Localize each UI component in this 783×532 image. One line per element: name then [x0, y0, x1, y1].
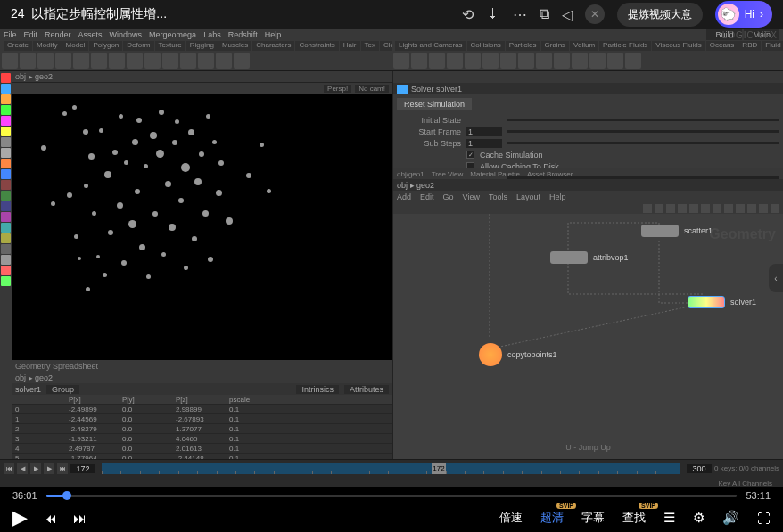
collapse-icon[interactable]: ◁ [562, 6, 573, 23]
tl-next-icon[interactable]: ▶ [44, 463, 54, 474]
current-time: 36:01 [12, 490, 37, 501]
ss-group[interactable]: Group [46, 385, 79, 394]
close-icon[interactable]: ✕ [585, 4, 605, 24]
search-button[interactable]: SVIP查找 [622, 510, 646, 526]
network-toolbar[interactable] [393, 202, 783, 214]
frame-input[interactable]: 172 [70, 464, 95, 473]
menu-labs[interactable]: Labs [203, 30, 221, 39]
chevron-right-icon: › [760, 8, 763, 20]
menu-merge[interactable]: Mergeomega [149, 30, 196, 39]
ss-node[interactable]: solver1 [15, 385, 41, 394]
menu-assets[interactable]: Assets [78, 30, 103, 39]
prev-button[interactable]: ⏮ [44, 511, 57, 526]
expand-tab[interactable]: ‹ [769, 264, 783, 292]
spreadsheet-title: Geometry Spreadsheet [12, 360, 392, 372]
shelf-icons[interactable] [0, 51, 392, 70]
reset-button[interactable]: Reset Simulation [397, 98, 472, 110]
menu-file[interactable]: File [4, 30, 17, 39]
network-path[interactable]: obj ▸ geo2 [397, 181, 434, 190]
menu-render[interactable]: Render [45, 30, 71, 39]
network-menu[interactable]: AddEditGoViewToolsLayoutHelp [393, 191, 783, 202]
hi-label: Hi [745, 8, 754, 20]
watermark-label: LOGIC·VFX [722, 30, 778, 40]
params-type: Solver [411, 85, 434, 94]
viewport-path[interactable]: obj ▸ geo2 [15, 72, 53, 81]
params-tabs[interactable] [393, 71, 783, 83]
menu-windows[interactable]: Windows [110, 30, 143, 39]
ss-intrinsics[interactable]: Intrinsics [296, 385, 339, 394]
frame-end[interactable]: 300 [687, 464, 712, 473]
menu-edit[interactable]: Edit [24, 30, 38, 39]
next-button[interactable]: ⏭ [73, 511, 87, 526]
settings-icon[interactable]: ⚙ [693, 510, 705, 526]
shelf-tabs-right[interactable]: Lights and CamerasCollisionsParticlesGra… [392, 41, 783, 51]
nocam-button[interactable]: No cam! [355, 85, 389, 93]
menu-help[interactable]: Help [265, 30, 282, 39]
cache-mem-slider[interactable] [507, 176, 779, 179]
viewport-3d[interactable] [12, 94, 392, 360]
subtitle-button[interactable]: 字幕 [581, 510, 605, 526]
share-icon[interactable]: ⟲ [462, 6, 474, 23]
extract-button[interactable]: 提炼视频大意 [617, 3, 703, 27]
key-all-button[interactable]: Key All Channels [719, 479, 772, 487]
main-menu: File Edit Render Assets Windows Mergeome… [0, 29, 783, 41]
network-view[interactable]: Geometry scatter1 attribvop1 [393, 214, 783, 459]
ss-path[interactable]: obj ▸ geo2 [15, 373, 53, 382]
play-button[interactable]: ▶ [12, 506, 28, 529]
timeline-track[interactable]: 172 [102, 463, 680, 474]
menu-redshift[interactable]: Redshift [228, 30, 258, 39]
cache-sim-checkbox[interactable]: ✓ [466, 151, 474, 159]
node-scatter[interactable]: scatter1 [641, 225, 713, 237]
node-solver[interactable]: solver1 [688, 296, 756, 308]
tl-last-icon[interactable]: ⏭ [57, 463, 68, 474]
timeline-marker[interactable]: 172 [432, 463, 446, 474]
context-label: Geometry [709, 226, 776, 242]
tl-first-icon[interactable]: ⏮ [4, 463, 14, 474]
shelf-icons[interactable] [392, 51, 783, 70]
pip-icon[interactable]: ⧉ [540, 6, 549, 22]
left-toolbar [0, 71, 12, 459]
speed-button[interactable]: 倍速 [499, 510, 523, 526]
shelf-tabs-left[interactable]: CreateModifyModelPolygonDeformTextureRig… [0, 41, 392, 51]
download-icon[interactable]: ⭳ [486, 6, 500, 22]
playlist-icon[interactable]: ☰ [663, 510, 675, 526]
volume-icon[interactable]: 🔊 [722, 510, 739, 526]
spreadsheet-table[interactable]: P[x]P[y]P[z]pscale0-2.498990.02.988990.1… [12, 395, 392, 459]
ss-attrs[interactable]: Attributes [344, 385, 389, 394]
total-time: 53:11 [746, 490, 771, 501]
video-title: 24_以指定步幅控制属性增... [11, 6, 167, 22]
more-icon[interactable]: ⋯ [513, 6, 527, 23]
params-node: solver1 [436, 85, 462, 94]
progress-bar[interactable] [46, 495, 738, 497]
cache-sim-label: Cache Simulation [480, 151, 543, 160]
node-attribvop[interactable]: attribvop1 [550, 251, 629, 264]
user-chip[interactable]: 🐑 Hi › [715, 1, 772, 28]
channels-info: 0 keys: 0/0 channels [714, 464, 779, 472]
tl-prev-icon[interactable]: ◀ [17, 463, 28, 474]
solver-icon [397, 85, 408, 94]
quality-button[interactable]: SVIP超清 [540, 510, 564, 526]
node-copytopoints[interactable]: copytopoints1 [479, 343, 557, 366]
persp-button[interactable]: Persp! [324, 85, 351, 93]
hint-label: U - Jump Up [565, 443, 611, 452]
fullscreen-icon[interactable]: ⛶ [757, 511, 771, 526]
avatar-icon: 🐑 [718, 4, 739, 25]
tl-play-icon[interactable]: ▶ [30, 463, 41, 474]
